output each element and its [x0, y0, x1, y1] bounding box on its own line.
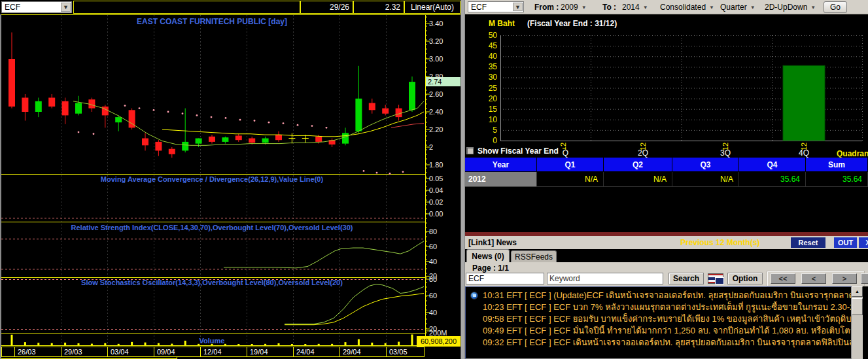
table-year-cell: 2012 [465, 172, 537, 187]
extra-button[interactable]: X [859, 237, 868, 248]
tab-rssfeeds[interactable]: RSSFeeds [511, 250, 557, 262]
table-value-cell: N/A [604, 172, 672, 187]
keyword-input[interactable] [547, 273, 663, 284]
date-label: 19/04 [250, 348, 268, 356]
threshold-lines [1, 218, 425, 330]
table-value-cell: 35.64 [806, 172, 868, 187]
bar-y-tick: 0 [493, 136, 497, 145]
axis-tick-label: 1.80 [429, 161, 443, 169]
volume-title: Volume [0, 337, 424, 345]
to-year-dropdown[interactable]: 2014▼ [622, 2, 648, 13]
quarterly-table: YearQ1Q2Q3Q4Sum2012N/AN/AN/A35.6435.64 [465, 158, 868, 187]
news-nav-first-button[interactable]: << [771, 273, 795, 284]
chevron-down-icon: ▼ [643, 5, 648, 10]
axis-tick-label: 2.60 [429, 90, 443, 98]
quarter-bars [783, 65, 825, 141]
bar-y-tick: 30 [489, 73, 498, 82]
panel-borders [0, 14, 460, 359]
table-value-cell: 35.64 [739, 172, 806, 187]
consolidated-dropdown[interactable]: Consolidated▼ [660, 2, 714, 13]
chevron-down-icon[interactable]: ▼ [513, 3, 523, 11]
bar-y-tick: 35 [489, 62, 498, 71]
option-button[interactable]: Option [727, 273, 763, 284]
rsi-line [224, 241, 424, 268]
to-label: To : [602, 3, 616, 12]
date-label: 03/05 [389, 348, 408, 356]
chevron-down-icon: ▼ [709, 5, 714, 10]
language-flag-icon[interactable] [708, 273, 723, 284]
axis-tick-label: 0.00 [429, 210, 443, 218]
bar-y-tick: 40 [489, 52, 498, 61]
period-dropdown[interactable]: Quarter▼ [720, 2, 755, 13]
axis-tick-label: 2.40 [429, 108, 443, 116]
from-year-dropdown[interactable]: 2009▼ [561, 2, 587, 13]
news-source-icon [470, 292, 478, 299]
table-header-cell: Q2 [604, 158, 672, 172]
bar-y-tick: 25 [489, 84, 498, 93]
table-row[interactable]: 2012N/AN/AN/A35.6435.64 [465, 172, 868, 187]
date-label: 29/04 [343, 348, 361, 356]
news-period-label: Previous 12 Month(s) [680, 238, 759, 247]
stoch-k-line [285, 284, 424, 324]
scroll-thumb[interactable] [852, 298, 863, 315]
news-nav-prev-button[interactable]: < [801, 273, 826, 284]
axis-tick-label: 80 [429, 275, 437, 283]
panel-divider[interactable] [460, 0, 465, 359]
news-item[interactable]: 09:49 EFT [ ECF ] ECF มั่นใจปีนี้ ทำรายไ… [466, 325, 851, 337]
show-fiscal-year-end-checkbox[interactable]: Show Fiscal Year End [466, 146, 563, 156]
bar-y-tick: 15 [489, 105, 498, 114]
scroll-up-button[interactable]: ▲ [852, 286, 863, 297]
date-label: 03/04 [111, 348, 129, 356]
chevron-down-icon: ▼ [582, 5, 587, 10]
table-header-cell: Q4 [739, 158, 806, 172]
reset-button[interactable]: Reset [791, 237, 825, 248]
axis-tick-label: 2.20 [429, 126, 443, 133]
axis-tick-label: 2.80 [429, 73, 443, 80]
news-scrollbar[interactable]: ▲ [852, 286, 863, 359]
news-symbol-input[interactable] [466, 273, 544, 284]
table-header-cell: Q1 [537, 158, 604, 172]
axis-tick-label: 2 [429, 143, 433, 151]
go-button[interactable]: Go [824, 1, 847, 13]
stoch-title: Slow Stochastics Oscillator(14,3,3),Over… [0, 279, 424, 286]
news-nav-last-button[interactable]: >> [861, 273, 868, 284]
date-label: 09/04 [157, 348, 175, 356]
news-item[interactable]: 09:58 EFT [ ECF ] ECF ยอมรับ บาทแข็งค่าก… [466, 313, 851, 325]
ma-signal-line [391, 124, 424, 128]
date-label: 26/03 [18, 348, 36, 356]
scroll-gap [863, 286, 868, 359]
axis-tick-label: 40 [429, 309, 437, 316]
news-item[interactable]: 10:23 EFT [ ECF ] ECF บวก 7% หลังวางแผนร… [466, 301, 851, 313]
axis-tick-label: 20 [429, 325, 437, 333]
date-label: 24/04 [296, 348, 315, 356]
quarterly-bar-chart-canvas[interactable]: 05101520253035404550121Q122Q123Q124Q [465, 14, 868, 158]
candlesticks [9, 33, 415, 158]
axis-tick-label: 80 [429, 228, 437, 235]
checkbox-icon[interactable] [466, 147, 474, 154]
tab-news[interactable]: News (0) [466, 249, 510, 262]
bar-quarter-label: 3Q [720, 148, 731, 158]
axis-tick-label: 3.20 [429, 37, 443, 45]
news-list[interactable]: 10:31 EFT [ ECF ] (Update)ECF เดินหน้าเจ… [465, 286, 852, 359]
page-indicator: Page : 1/1 [472, 264, 509, 273]
out-button[interactable]: OUT [834, 237, 857, 248]
news-item[interactable]: 09:32 EFT [ ECF ] ECF เดินหน้าเจรจาออเดอ… [466, 337, 851, 349]
news-item[interactable]: 10:31 EFT [ ECF ] (Update)ECF เดินหน้าเจ… [466, 290, 851, 301]
table-header-cell: Year [465, 158, 537, 172]
axis-tick-label: 0.04 [429, 186, 443, 194]
axis-tick-label: 0.05 [429, 175, 443, 182]
view-mode-dropdown[interactable]: 2D-UpDown▼ [765, 2, 816, 13]
axis-tick-label: 3.00 [429, 55, 443, 63]
last-volume-badge: 60,908,200 [417, 336, 460, 347]
stoch-d-line [285, 294, 424, 325]
news-panel-title: [Link1] News [468, 238, 517, 247]
news-nav-next-button[interactable]: > [832, 273, 857, 284]
search-button[interactable]: Search [668, 273, 704, 284]
table-header-row: YearQ1Q2Q3Q4Sum [465, 158, 868, 172]
table-header-cell: Q3 [672, 158, 739, 172]
fundamental-symbol-combo[interactable]: ECF ▼ [468, 1, 524, 12]
axis-tick-label: 3.40 [429, 20, 443, 27]
app-window: ECF ▼ 29/26 2.32 Linear(Auto) EAST COAST… [0, 0, 868, 359]
axis-tick-label: 40 [429, 258, 437, 265]
table-header-cell: Sum [806, 158, 868, 172]
